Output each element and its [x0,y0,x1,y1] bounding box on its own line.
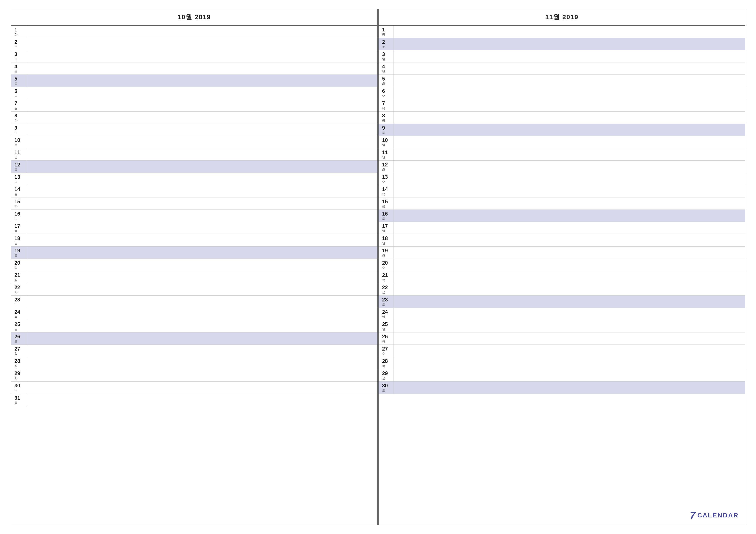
day-content [394,26,745,38]
day-number-col: 26화 [379,332,394,344]
day-number-col: 2수 [11,38,26,50]
day-content [394,136,745,148]
day-number: 19 [14,248,20,253]
day-number: 17 [14,223,20,229]
day-row: 1화 [11,26,377,38]
day-row: 29금 [379,369,745,382]
day-number: 13 [382,174,388,180]
day-number: 6 [14,88,17,94]
day-number-col: 17일 [379,222,394,234]
day-name: 목 [382,106,385,110]
day-number: 24 [14,309,20,315]
day-content [26,271,377,283]
day-name: 화 [14,376,17,380]
day-row: 4월 [379,63,745,75]
day-number: 29 [14,370,20,376]
day-name: 토 [14,340,17,343]
day-name: 화 [14,205,17,208]
day-number: 12 [14,162,20,167]
day-name: 수 [382,352,385,355]
day-number-col: 24목 [11,308,26,320]
day-name: 일 [14,352,17,355]
day-number-col: 26토 [11,332,26,344]
day-number-col: 29화 [11,369,26,381]
day-number-col: 4금 [11,63,26,74]
day-row: 14목 [379,185,745,197]
day-row: 22화 [11,283,377,296]
day-name: 목 [14,401,17,405]
day-number: 19 [382,248,388,253]
day-name: 목 [14,229,17,233]
day-name: 수 [14,45,17,49]
day-number: 25 [382,321,388,327]
day-name: 목 [14,315,17,319]
day-row: 27수 [379,345,745,357]
day-name: 토 [382,45,385,49]
day-number: 22 [14,285,20,290]
day-row: 16수 [11,210,377,222]
day-number-col: 24일 [379,308,394,320]
day-row: 12화 [379,161,745,173]
day-content [394,234,745,246]
day-number-col: 31목 [11,394,26,406]
day-number: 26 [14,334,20,339]
day-number-col: 3일 [379,50,394,62]
day-number-col: 16수 [11,210,26,222]
day-number: 5 [382,76,385,82]
day-content [26,369,377,381]
day-name: 금 [14,242,17,245]
day-content [26,75,377,87]
day-row: 27일 [11,345,377,357]
day-number-col: 21월 [11,271,26,283]
day-row: 20일 [11,259,377,271]
day-name: 월 [14,192,17,196]
day-name: 금 [382,205,385,208]
day-number: 25 [14,321,20,327]
day-content [26,173,377,185]
day-number-col: 9수 [11,124,26,136]
day-number-col: 20일 [11,259,26,271]
day-number: 11 [14,150,20,155]
day-content [26,308,377,320]
day-number-col: 1금 [379,26,394,38]
day-number-col: 15화 [11,197,26,210]
day-row: 11금 [11,148,377,161]
day-number: 30 [382,383,388,389]
day-name: 토 [382,303,385,306]
month-november: 11월 2019 1금2토3일4월5화6수7목8금9토10일11월12화13수1… [378,9,745,525]
day-content [26,185,377,197]
day-number: 9 [14,125,17,131]
day-number-col: 1화 [11,26,26,38]
day-content [394,161,745,173]
day-row: 10일 [379,136,745,148]
day-number-col: 22금 [379,283,394,295]
day-number: 2 [14,39,17,45]
day-row: 18월 [379,234,745,246]
day-name: 토 [382,389,385,392]
day-number-col: 12토 [11,161,26,173]
day-name: 금 [14,327,17,331]
day-number: 11 [382,150,388,155]
day-number-col: 7목 [379,99,394,111]
day-content [26,222,377,234]
day-row: 5토 [11,75,377,87]
day-number: 21 [14,272,20,278]
day-row: 25금 [11,320,377,332]
day-row: 15금 [379,197,745,210]
day-number-col: 25금 [11,320,26,332]
day-number: 15 [382,199,388,204]
day-number: 28 [382,358,388,364]
day-row: 7목 [379,99,745,112]
day-name: 금 [382,33,385,37]
day-row: 19화 [379,246,745,259]
day-content [394,296,745,308]
day-name: 금 [14,156,17,159]
day-content [26,112,377,124]
day-row: 3목 [11,50,377,63]
day-number-col: 7월 [11,99,26,111]
day-name: 수 [382,180,385,184]
day-row: 3일 [379,50,745,63]
day-name: 화 [382,340,385,343]
day-row: 7월 [11,99,377,112]
day-row: 20수 [379,259,745,271]
